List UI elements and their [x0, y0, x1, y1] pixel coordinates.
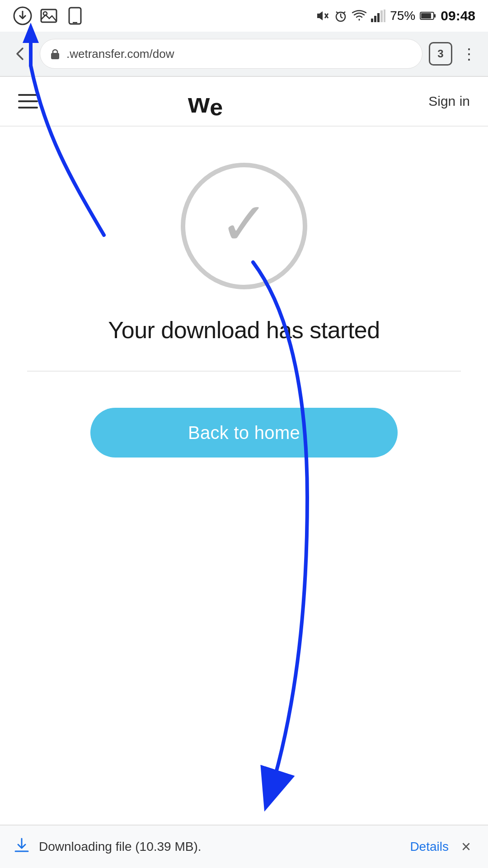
svg-rect-1 — [41, 9, 56, 22]
signin-button[interactable]: Sign in — [428, 94, 470, 109]
alarm-icon — [334, 9, 347, 23]
browser-menu[interactable]: ⋮ — [459, 45, 480, 63]
battery-icon — [420, 11, 436, 21]
download-status-icon — [13, 6, 33, 26]
wt-logo: we — [188, 85, 278, 117]
check-mark: ✓ — [220, 194, 269, 253]
download-bar-icon — [14, 837, 30, 857]
success-circle: ✓ — [181, 163, 307, 289]
address-bar[interactable]: .wetransfer.com/dow — [40, 39, 422, 69]
svg-rect-12 — [371, 19, 373, 22]
download-bar-close[interactable]: × — [458, 837, 474, 856]
svg-line-11 — [343, 12, 345, 13]
section-divider — [27, 371, 461, 372]
svg-rect-13 — [374, 16, 376, 22]
status-bar: 75% 09:48 — [0, 0, 488, 32]
lock-icon — [50, 47, 60, 60]
download-bar: Downloading file (10.39 MB). Details × — [0, 825, 488, 868]
browser-chrome: .wetransfer.com/dow 3 ⋮ — [0, 32, 488, 77]
tab-count[interactable]: 3 — [429, 42, 452, 66]
download-bar-details[interactable]: Details — [410, 840, 449, 854]
back-to-home-button[interactable]: Back to home — [90, 408, 398, 458]
svg-text:we: we — [188, 87, 223, 117]
image-status-icon — [39, 6, 59, 26]
svg-rect-18 — [421, 13, 431, 19]
svg-rect-20 — [51, 53, 59, 59]
svg-rect-14 — [377, 13, 380, 22]
status-bar-left — [13, 6, 85, 26]
download-bar-text: Downloading file (10.39 MB). — [39, 840, 401, 854]
status-bar-right: 75% 09:48 — [316, 8, 475, 24]
svg-rect-16 — [384, 9, 385, 22]
svg-rect-3 — [69, 8, 81, 24]
main-content: ✓ Your download has started Back to home — [0, 127, 488, 458]
svg-line-10 — [336, 12, 338, 13]
download-title: Your download has started — [108, 316, 380, 344]
svg-line-9 — [341, 17, 343, 18]
svg-rect-19 — [434, 14, 436, 18]
wifi-icon — [352, 9, 366, 22]
mute-icon — [316, 9, 329, 23]
address-text: .wetransfer.com/dow — [66, 47, 412, 61]
mobile-status-icon — [65, 6, 85, 26]
svg-rect-15 — [380, 10, 383, 22]
wt-header: we Sign in — [0, 77, 488, 127]
battery-percentage: 75% — [390, 9, 415, 23]
back-button[interactable] — [8, 41, 33, 66]
signal-icon — [371, 9, 385, 22]
hamburger-menu[interactable] — [18, 94, 38, 108]
status-time: 09:48 — [441, 8, 475, 24]
